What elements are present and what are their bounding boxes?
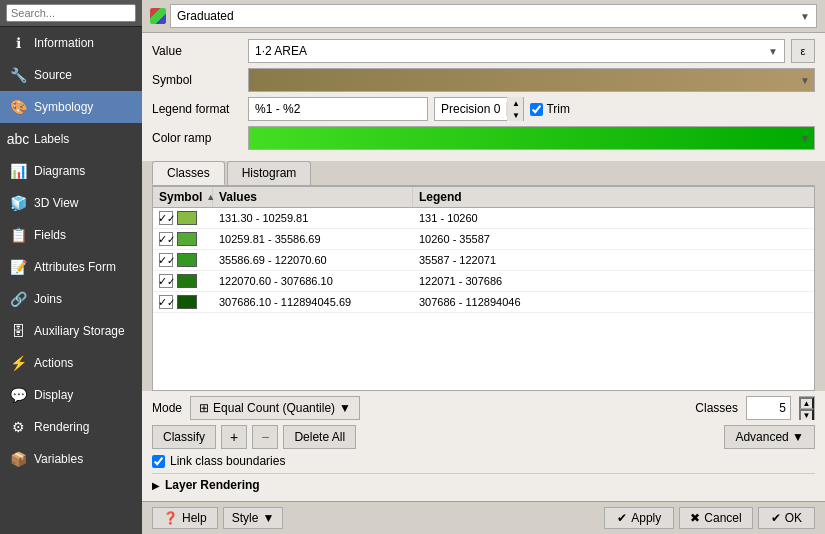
td-symbol-3: ✓ <box>153 271 213 291</box>
mode-dropdown[interactable]: ⊞ Equal Count (Quantile) ▼ <box>190 396 360 420</box>
help-button[interactable]: ❓ Help <box>152 507 218 529</box>
sidebar-item-fields[interactable]: 📋 Fields <box>0 219 142 251</box>
cancel-button[interactable]: ✖ Cancel <box>679 507 752 529</box>
sidebar-item-joins[interactable]: 🔗 Joins <box>0 283 142 315</box>
color-swatch-4[interactable] <box>177 295 197 309</box>
footer-left: ❓ Help Style ▼ <box>152 507 283 529</box>
row-legend-2: 35587 - 122071 <box>419 254 496 266</box>
tab-classes[interactable]: Classes <box>152 161 225 185</box>
value-row: Value 1·2 AREA ▼ ε <box>152 39 815 63</box>
renderer-label: Graduated <box>177 9 234 23</box>
trim-checkbox-container: Trim <box>530 102 570 116</box>
sidebar-item-3dview[interactable]: 🧊 3D View <box>0 187 142 219</box>
color-swatch-0[interactable] <box>177 211 197 225</box>
link-boundaries-label: Link class boundaries <box>170 454 285 468</box>
search-input[interactable] <box>6 4 136 22</box>
link-boundaries-checkbox[interactable] <box>152 455 165 468</box>
table-body: ✓ 131.30 - 10259.81 131 - 10260 ✓ 10259.… <box>153 208 814 313</box>
color-ramp-row: Color ramp ▼ <box>152 126 815 150</box>
ok-button[interactable]: ✔ OK <box>758 507 815 529</box>
table-row: ✓ 307686.10 - 112894045.69 307686 - 1128… <box>153 292 814 313</box>
precision-down-button[interactable]: ▼ <box>507 109 523 121</box>
row-check-0[interactable]: ✓ <box>159 211 173 225</box>
td-symbol-2: ✓ <box>153 250 213 270</box>
sidebar-item-diagrams[interactable]: 📊 Diagrams <box>0 155 142 187</box>
sidebar-label-symbology: Symbology <box>34 100 93 114</box>
apply-button[interactable]: ✔ Apply <box>604 507 674 529</box>
td-symbol-1: ✓ <box>153 229 213 249</box>
sidebar-icon-3dview: 🧊 <box>8 193 28 213</box>
sidebar-item-information[interactable]: ℹ Information <box>0 27 142 59</box>
add-class-button[interactable]: + <box>221 425 247 449</box>
sidebar-label-diagrams: Diagrams <box>34 164 85 178</box>
layer-rendering-section[interactable]: ▶ Layer Rendering <box>152 473 815 496</box>
sidebar-icon-auxiliary-storage: 🗄 <box>8 321 28 341</box>
tab-histogram[interactable]: Histogram <box>227 161 312 185</box>
row-legend-1: 10260 - 35587 <box>419 233 490 245</box>
table-row: ✓ 35586.69 - 122070.60 35587 - 122071 <box>153 250 814 271</box>
mode-label: Mode <box>152 401 182 415</box>
trim-checkbox[interactable] <box>530 103 543 116</box>
column-legend: Legend <box>413 187 814 207</box>
sidebar-icon-joins: 🔗 <box>8 289 28 309</box>
classes-down-button[interactable]: ▼ <box>799 409 814 420</box>
precision-up-button[interactable]: ▲ <box>507 97 523 109</box>
row-values-3: 122070.60 - 307686.10 <box>219 275 333 287</box>
table-row: ✓ 10259.81 - 35586.69 10260 - 35587 <box>153 229 814 250</box>
row-check-2[interactable]: ✓ <box>159 253 173 267</box>
renderer-dropdown[interactable]: Graduated ▼ <box>170 4 817 28</box>
symbol-bar[interactable]: ▼ <box>248 68 815 92</box>
classes-table: Symbol ▲ Values Legend ✓ 131.30 - 10259.… <box>152 186 815 391</box>
legend-format-row: Legend format Precision 0 ▲ ▼ Trim <box>152 97 815 121</box>
sidebar-item-source[interactable]: 🔧 Source <box>0 59 142 91</box>
color-ramp-label: Color ramp <box>152 131 242 145</box>
link-row: Link class boundaries <box>152 454 815 468</box>
classes-spin: ▲ ▼ <box>799 396 815 420</box>
renderer-icon <box>150 8 166 24</box>
row-legend-3: 122071 - 307686 <box>419 275 502 287</box>
value-expression-button[interactable]: ε <box>791 39 815 63</box>
sidebar-item-display[interactable]: 💬 Display <box>0 379 142 411</box>
classes-up-button[interactable]: ▲ <box>799 397 814 409</box>
legend-format-input[interactable] <box>248 97 428 121</box>
row-check-4[interactable]: ✓ <box>159 295 173 309</box>
color-ramp-bar[interactable]: ▼ <box>248 126 815 150</box>
action-row: Classify + − Delete All Advanced ▼ <box>152 425 815 449</box>
sidebar-item-rendering[interactable]: ⚙ Rendering <box>0 411 142 443</box>
delete-all-button[interactable]: Delete All <box>283 425 356 449</box>
sidebar-item-actions[interactable]: ⚡ Actions <box>0 347 142 379</box>
advanced-button[interactable]: Advanced ▼ <box>724 425 815 449</box>
sidebar-item-symbology[interactable]: 🎨 Symbology <box>0 91 142 123</box>
precision-label: Precision 0 <box>435 102 507 116</box>
layer-rendering-label: Layer Rendering <box>165 478 260 492</box>
sidebar-item-labels[interactable]: abc Labels <box>0 123 142 155</box>
row-values-4: 307686.10 - 112894045.69 <box>219 296 351 308</box>
row-check-3[interactable]: ✓ <box>159 274 173 288</box>
style-button[interactable]: Style ▼ <box>223 507 284 529</box>
apply-check-icon: ✔ <box>617 511 627 525</box>
color-swatch-2[interactable] <box>177 253 197 267</box>
sidebar: ℹ Information 🔧 Source 🎨 Symbology abc L… <box>0 0 142 534</box>
mode-arrow: ▼ <box>339 401 351 415</box>
sidebar-label-3dview: 3D View <box>34 196 78 210</box>
remove-class-button[interactable]: − <box>252 425 278 449</box>
value-dropdown[interactable]: 1·2 AREA ▼ <box>248 39 785 63</box>
classes-input[interactable] <box>746 396 791 420</box>
sidebar-item-auxiliary-storage[interactable]: 🗄 Auxiliary Storage <box>0 315 142 347</box>
footer-right: ✔ Apply ✖ Cancel ✔ OK <box>604 507 815 529</box>
form-area: Value 1·2 AREA ▼ ε Symbol ▼ <box>142 33 825 161</box>
sidebar-label-source: Source <box>34 68 72 82</box>
row-check-1[interactable]: ✓ <box>159 232 173 246</box>
color-swatch-1[interactable] <box>177 232 197 246</box>
row-values-0: 131.30 - 10259.81 <box>219 212 308 224</box>
td-values-3: 122070.60 - 307686.10 <box>213 271 413 291</box>
bottom-controls: Mode ⊞ Equal Count (Quantile) ▼ Classes … <box>142 391 825 501</box>
sidebar-item-variables[interactable]: 📦 Variables <box>0 443 142 475</box>
mode-value: Equal Count (Quantile) <box>213 401 335 415</box>
td-legend-0: 131 - 10260 <box>413 208 814 228</box>
classify-button[interactable]: Classify <box>152 425 216 449</box>
td-symbol-4: ✓ <box>153 292 213 312</box>
sidebar-item-attributes-form[interactable]: 📝 Attributes Form <box>0 251 142 283</box>
color-swatch-3[interactable] <box>177 274 197 288</box>
style-arrow: ▼ <box>262 511 274 525</box>
